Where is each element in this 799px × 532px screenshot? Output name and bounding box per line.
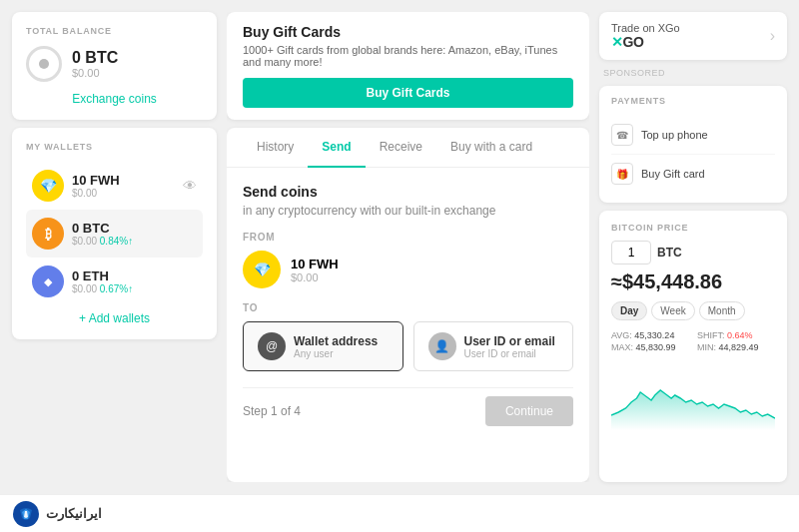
period-week[interactable]: Week — [651, 301, 694, 320]
tab-send[interactable]: Send — [308, 128, 365, 168]
from-label: FROM — [243, 232, 573, 243]
btc-circle-icon — [26, 46, 62, 82]
stat-min: MIN: 44,829.49 — [697, 342, 775, 352]
user-id-text: User ID or email User ID or email — [464, 334, 555, 359]
gift-title: Buy Gift Cards — [243, 24, 573, 40]
gift-subtitle: 1000+ Gift cards from global brands here… — [243, 44, 573, 68]
fwh-name: 10 FWH — [72, 173, 120, 188]
wallet-addr-icon: @ — [258, 332, 286, 360]
eth-name: 0 ETH — [72, 268, 133, 283]
wallets-card: MY WALLETS 💎 10 FWH $0.00 👁 ₿ 0 BTC $0.0… — [12, 128, 217, 339]
from-wallet-icon: 💎 — [243, 251, 281, 288]
bitcoin-label: BITCOIN PRICE — [611, 223, 775, 233]
stats-grid: AVG: 45,330.24 SHIFT: 0.64% MAX: 45,830.… — [611, 330, 775, 352]
left-sidebar: TOTAL BALANCE 0 BTC $0.00 Exchange coins… — [12, 12, 217, 482]
tab-receive[interactable]: Receive — [366, 128, 436, 168]
topup-text: Top up phone — [641, 129, 708, 141]
logo-area: ایرانیکارت — [12, 500, 102, 528]
eth-sub: $0.00 0.67%↑ — [72, 283, 133, 294]
fwh-info: 10 FWH $0.00 — [72, 173, 120, 199]
to-options: @ Wallet address Any user 👤 User ID or e… — [243, 321, 573, 371]
tabs-card: History Send Receive Buy with a card Sen… — [227, 128, 589, 482]
giftcard-text: Buy Gift card — [641, 168, 705, 180]
payments-card: PAYMENTS ☎ Top up phone 🎁 Buy Gift card — [599, 86, 787, 203]
btc-input-row: BTC — [611, 241, 775, 265]
eth-info: 0 ETH $0.00 0.67%↑ — [72, 268, 133, 294]
bitcoin-chart — [611, 360, 775, 430]
stat-avg: AVG: 45,330.24 — [611, 330, 689, 340]
fwh-icon: 💎 — [32, 170, 64, 202]
bitcoin-price-card: BITCOIN PRICE BTC ≈$45,448.86 Day Week M… — [599, 211, 787, 482]
send-title: Send coins — [243, 184, 573, 200]
bottom-bar: ایرانیکارت — [0, 494, 799, 532]
trade-card: Trade on XGo ✕GO › — [599, 12, 787, 60]
from-wallet-info: 10 FWH $0.00 — [291, 257, 339, 283]
btc-name: 0 BTC — [72, 221, 133, 236]
gift-card-button[interactable]: Buy Gift Cards — [243, 78, 573, 108]
send-tab-content: Send coins in any cryptocurrency with ou… — [227, 168, 589, 482]
total-balance-card: TOTAL BALANCE 0 BTC $0.00 Exchange coins — [12, 12, 217, 120]
logo-text: ایرانیکارت — [46, 506, 102, 521]
add-wallets-link[interactable]: + Add wallets — [26, 311, 203, 325]
eye-icon[interactable]: 👁 — [183, 178, 197, 194]
wallet-item-eth[interactable]: ◆ 0 ETH $0.00 0.67%↑ — [26, 258, 203, 305]
to-label: TO — [243, 302, 573, 313]
trade-left: Trade on XGo ✕GO — [611, 22, 680, 50]
btc-amount-input[interactable] — [611, 241, 651, 265]
exchange-link[interactable]: Exchange coins — [26, 92, 203, 106]
from-wallet-usd: $0.00 — [291, 271, 339, 283]
right-panel: Trade on XGo ✕GO › SPONSORED PAYMENTS ☎ … — [599, 12, 787, 482]
center-panel: Buy Gift Cards 1000+ Gift cards from glo… — [227, 12, 589, 482]
wallet-item-btc[interactable]: ₿ 0 BTC $0.00 0.84%↑ — [26, 210, 203, 258]
from-wallet-name: 10 FWH — [291, 257, 339, 271]
step-bar: Step 1 of 4 Continue — [243, 387, 573, 426]
topup-icon: ☎ — [611, 124, 633, 146]
btc-info: 0 BTC $0.00 0.84%↑ — [72, 221, 133, 247]
continue-button[interactable]: Continue — [485, 396, 573, 426]
total-balance-label: TOTAL BALANCE — [26, 26, 203, 36]
tab-buy-card[interactable]: Buy with a card — [436, 128, 546, 168]
btc-amount: 0 BTC — [72, 49, 118, 67]
payments-label: PAYMENTS — [611, 96, 775, 106]
user-id-icon: 👤 — [428, 332, 456, 360]
gift-banner: Buy Gift Cards 1000+ Gift cards from glo… — [227, 12, 589, 120]
btc-sub: $0.00 0.84%↑ — [72, 236, 133, 247]
tab-history[interactable]: History — [243, 128, 308, 168]
trade-label: Trade on XGo — [611, 22, 680, 34]
payment-giftcard[interactable]: 🎁 Buy Gift card — [611, 155, 775, 193]
to-wallet-address[interactable]: @ Wallet address Any user — [243, 321, 403, 371]
wallets-label: MY WALLETS — [26, 142, 203, 152]
period-day[interactable]: Day — [611, 301, 647, 320]
sponsored-label: SPONSORED — [599, 68, 787, 78]
stat-max: MAX: 45,830.99 — [611, 342, 689, 352]
wallet-addr-text: Wallet address Any user — [294, 334, 378, 359]
to-section: TO @ Wallet address Any user 👤 — [243, 302, 573, 371]
payment-topup[interactable]: ☎ Top up phone — [611, 116, 775, 155]
balance-info: 0 BTC $0.00 — [72, 49, 118, 79]
step-text: Step 1 of 4 — [243, 404, 301, 418]
trade-arrow-icon[interactable]: › — [770, 27, 775, 45]
eth-icon: ◆ — [32, 266, 64, 297]
btc-price: ≈$45,448.86 — [611, 270, 775, 293]
giftcard-icon: 🎁 — [611, 163, 633, 185]
to-user-id[interactable]: 👤 User ID or email User ID or email — [413, 321, 574, 371]
logo-icon — [12, 500, 40, 528]
btc-currency-label: BTC — [657, 246, 682, 260]
btc-usd: $0.00 — [72, 67, 118, 79]
period-tabs: Day Week Month — [611, 301, 775, 320]
stat-shift: SHIFT: 0.64% — [697, 330, 775, 340]
wallet-item-fwh[interactable]: 💎 10 FWH $0.00 👁 — [26, 162, 203, 210]
xgo-logo: ✕GO — [611, 34, 680, 50]
fwh-sub: $0.00 — [72, 188, 120, 199]
btc-icon: ₿ — [32, 218, 64, 250]
from-wallet: 💎 10 FWH $0.00 — [243, 251, 573, 288]
tabs-nav: History Send Receive Buy with a card — [227, 128, 589, 168]
period-month[interactable]: Month — [699, 301, 745, 320]
send-subtitle: in any cryptocurrency with our built-in … — [243, 204, 573, 218]
